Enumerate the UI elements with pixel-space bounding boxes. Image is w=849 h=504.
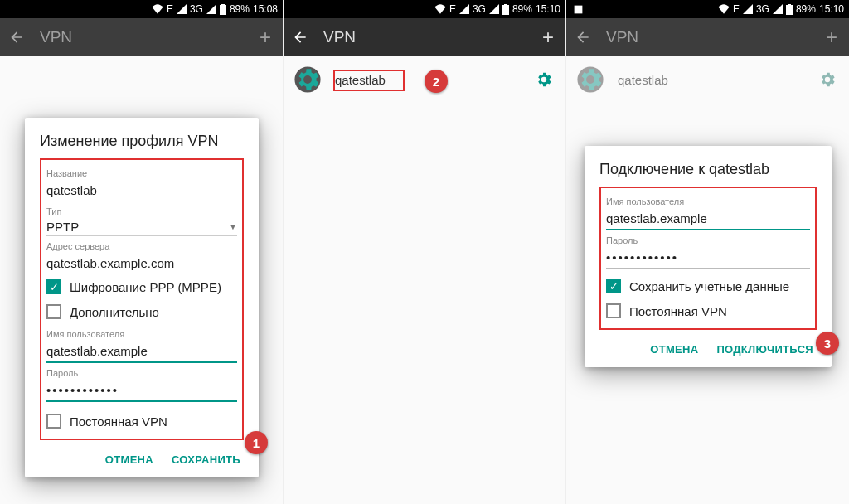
svg-rect-5 [575, 5, 583, 13]
checkbox-checked-icon: ✓ [46, 279, 61, 294]
ppp-checkbox-row[interactable]: ✓ Шифрование PPP (MPPE) [46, 274, 237, 299]
phone-screen-3: E 3G 89% 15:10 VPN + [566, 0, 849, 504]
user-label: Имя пользователя [606, 196, 810, 206]
battery-icon [220, 4, 226, 15]
gear-badge-icon [576, 65, 604, 94]
type-dropdown[interactable]: PPTP ▼ [46, 216, 237, 236]
signal-icon [743, 4, 753, 14]
dialog-title: Изменение профиля VPN [40, 133, 244, 150]
app-bar: VPN + [0, 18, 283, 56]
permanent-vpn-row[interactable]: Постоянная VPN [46, 409, 237, 434]
back-icon[interactable] [8, 29, 32, 46]
save-button[interactable]: СОХРАНИТЬ [172, 453, 240, 466]
vpn-name: qatestlab [604, 73, 816, 87]
signal-icon [459, 4, 469, 14]
battery-pct: 89% [230, 3, 250, 15]
clock: 15:08 [253, 3, 278, 15]
svg-rect-0 [220, 5, 226, 15]
back-icon[interactable] [575, 29, 598, 46]
appbar-title: VPN [32, 28, 256, 46]
ppp-label: Шифрование PPP (MPPE) [70, 280, 221, 294]
phone-screen-2: E 3G 89% 15:10 VPN + [283, 0, 566, 504]
checkbox-icon [606, 303, 621, 318]
vpn-list-item: qatestlab [566, 56, 849, 103]
connect-button[interactable]: ПОДКЛЮЧИТЬСЯ [716, 343, 813, 356]
appbar-title: VPN [315, 28, 539, 46]
pass-label: Пароль [46, 368, 237, 378]
battery-pct: 89% [512, 3, 532, 15]
signal-3g: 3G [190, 3, 203, 15]
svg-rect-7 [788, 4, 791, 6]
dialog-title: Подключение к qatestlab [599, 161, 817, 178]
phone-screen-1: E 3G 89% 15:08 VPN + Изменение профиля V… [0, 0, 283, 504]
server-label: Адрес сервера [46, 241, 237, 251]
status-bar: E 3G 89% 15:08 [0, 0, 283, 18]
signal-icon-2 [206, 4, 216, 14]
username-input[interactable]: qatestlab.example [606, 206, 810, 230]
save-creds-row[interactable]: ✓ Сохранить учетные данные [606, 274, 810, 298]
cancel-button[interactable]: ОТМЕНА [105, 453, 153, 466]
appbar-title: VPN [598, 28, 822, 46]
svg-rect-2 [502, 5, 509, 15]
type-value: PPTP [46, 220, 229, 234]
checkbox-icon [46, 304, 61, 319]
signal-e: E [733, 3, 740, 15]
highlight-box-1: Название qatestlab Тип PPTP ▼ Адрес серв… [40, 158, 244, 440]
signal-icon [177, 4, 187, 14]
battery-pct: 89% [796, 3, 816, 15]
signal-e: E [449, 3, 456, 15]
edit-vpn-dialog: Изменение профиля VPN Название qatestlab… [25, 118, 259, 477]
svg-rect-1 [221, 4, 225, 6]
app-bar: VPN + [566, 18, 849, 56]
perm-label: Постоянная VPN [629, 304, 727, 318]
gear-icon[interactable] [532, 68, 555, 91]
dnd-icon [573, 4, 584, 15]
clock: 15:10 [819, 3, 844, 15]
password-input[interactable]: •••••••••••• [606, 245, 810, 269]
signal-e: E [167, 3, 173, 15]
dialog-actions: ОТМЕНА СОХРАНИТЬ [40, 443, 244, 469]
add-icon[interactable]: + [822, 26, 841, 49]
name-label: Название [46, 168, 237, 178]
perm-label: Постоянная VPN [70, 414, 167, 429]
add-icon[interactable]: + [256, 26, 274, 49]
pass-label: Пароль [606, 235, 810, 245]
type-label: Тип [46, 206, 237, 216]
svg-rect-3 [504, 4, 507, 6]
back-icon[interactable] [292, 29, 315, 46]
svg-rect-6 [786, 5, 793, 15]
name-input[interactable]: qatestlab [46, 178, 237, 201]
clock: 15:10 [536, 3, 560, 15]
save-creds-label: Сохранить учетные данные [629, 279, 789, 293]
adv-label: Дополнительно [70, 305, 159, 319]
step-badge-3: 3 [816, 332, 839, 355]
username-input[interactable]: qatestlab.example [46, 339, 237, 363]
battery-icon [502, 4, 509, 15]
wifi-icon [718, 4, 730, 14]
status-bar: E 3G 89% 15:10 [566, 0, 849, 18]
password-input[interactable]: •••••••••••• [46, 378, 237, 402]
advanced-checkbox-row[interactable]: Дополнительно [46, 299, 237, 324]
user-label: Имя пользователя [46, 329, 237, 339]
checkbox-checked-icon: ✓ [606, 279, 621, 293]
server-input[interactable]: qatestlab.example.com [46, 251, 237, 274]
connect-vpn-dialog: Подключение к qatestlab Имя пользователя… [585, 146, 832, 367]
battery-icon [786, 4, 793, 15]
step-badge-2: 2 [424, 70, 448, 93]
signal-icon-2 [773, 4, 783, 14]
permanent-vpn-row[interactable]: Постоянная VPN [606, 298, 810, 323]
wifi-icon [152, 4, 163, 14]
signal-3g: 3G [473, 3, 486, 15]
status-bar: E 3G 89% 15:10 [284, 0, 565, 18]
checkbox-icon [46, 414, 61, 429]
signal-3g: 3G [756, 3, 769, 15]
add-icon[interactable]: + [539, 26, 557, 49]
chevron-down-icon: ▼ [229, 222, 237, 231]
gear-badge-icon [294, 65, 322, 94]
highlight-box-2 [333, 70, 405, 91]
cancel-button[interactable]: ОТМЕНА [650, 343, 698, 356]
signal-icon-2 [489, 4, 499, 14]
highlight-box-3: Имя пользователя qatestlab.example Парол… [599, 187, 817, 330]
dialog-actions: ОТМЕНА ПОДКЛЮЧИТЬСЯ [599, 333, 817, 359]
gear-icon [816, 68, 839, 91]
